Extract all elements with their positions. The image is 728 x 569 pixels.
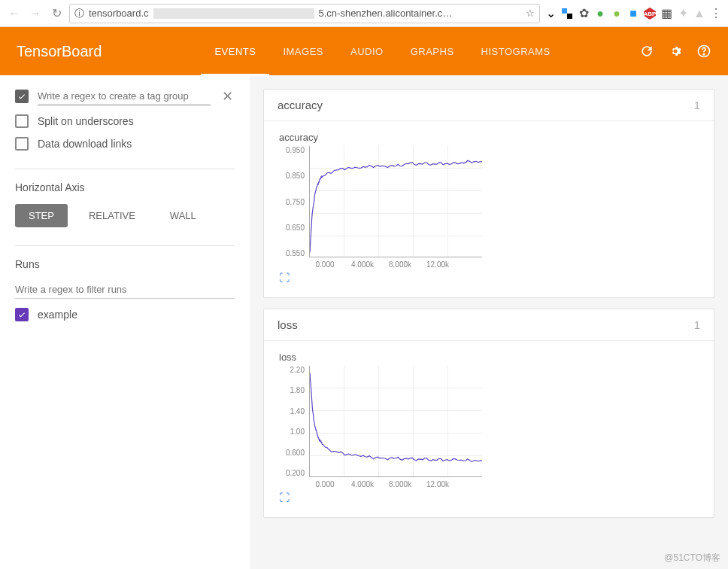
- horizontal-axis-title: Horizontal Axis: [15, 181, 235, 193]
- run-label: example: [38, 309, 77, 321]
- tab-histograms[interactable]: HISTOGRAMS: [468, 27, 564, 75]
- drive-icon[interactable]: ▲: [693, 8, 705, 20]
- split-underscores-checkbox[interactable]: [15, 114, 29, 128]
- run-checkbox[interactable]: [15, 308, 29, 321]
- app-header: TensorBoard EVENTSIMAGESAUDIOGRAPHSHISTO…: [0, 27, 728, 75]
- reload-button[interactable]: ↻: [48, 5, 65, 22]
- runs-filter-input[interactable]: [15, 281, 235, 299]
- svg-rect-1: [567, 14, 572, 19]
- pocket-icon[interactable]: ⌄: [544, 8, 557, 20]
- card-header[interactable]: accuracy 1: [264, 90, 714, 121]
- x-axis-ticks: 0.0004.000k8.000k12.00k: [309, 480, 699, 488]
- forward-button[interactable]: →: [27, 5, 44, 22]
- chart-title: loss: [279, 351, 699, 363]
- expand-icon[interactable]: ⛶: [279, 491, 699, 504]
- x-axis-ticks: 0.0004.000k8.000k12.00k: [309, 260, 699, 269]
- ext-dim1[interactable]: ✦: [677, 8, 689, 20]
- ext-square-blue[interactable]: ■: [627, 8, 639, 20]
- ext-dot-green2[interactable]: ●: [611, 8, 623, 20]
- tag-regex-input[interactable]: [38, 87, 211, 105]
- runs-title: Runs: [15, 258, 235, 270]
- y-axis-ticks: 0.9500.8500.7500.6500.550: [279, 146, 309, 257]
- run-item[interactable]: example: [15, 308, 235, 321]
- card-accuracy: accuracy 1 accuracy 0.9500.8500.7500.650…: [263, 89, 714, 298]
- star-icon[interactable]: ☆: [526, 8, 535, 19]
- info-icon: ⓘ: [74, 7, 84, 20]
- chart-plot[interactable]: [309, 366, 482, 477]
- expand-icon[interactable]: ⛶: [279, 272, 699, 284]
- back-button[interactable]: ←: [6, 5, 23, 22]
- tab-events[interactable]: EVENTS: [201, 27, 269, 75]
- evernote-icon[interactable]: ✿: [578, 8, 590, 20]
- card-title: loss: [278, 318, 298, 331]
- sidebar: ✕ Split on underscores Data download lin…: [0, 75, 250, 569]
- card-loss: loss 1 loss 2.201.801.401.000.6000.200 0…: [263, 309, 714, 518]
- ext-dot-green[interactable]: ●: [594, 8, 606, 20]
- adblock-icon[interactable]: ABP: [644, 8, 656, 20]
- tab-graphs[interactable]: GRAPHS: [397, 27, 468, 75]
- settings-icon[interactable]: [668, 44, 683, 59]
- svg-rect-0: [562, 8, 567, 14]
- chart-title: accuracy: [279, 132, 699, 143]
- card-count: 1: [694, 318, 700, 331]
- split-underscores-label: Split on underscores: [38, 115, 134, 127]
- url-redacted: [153, 8, 314, 19]
- close-icon[interactable]: ✕: [220, 88, 235, 105]
- data-download-label: Data download links: [38, 138, 132, 150]
- tab-images[interactable]: IMAGES: [269, 27, 337, 75]
- main-content: accuracy 1 accuracy 0.9500.8500.7500.650…: [250, 75, 728, 569]
- nav-tabs: EVENTSIMAGESAUDIOGRAPHSHISTOGRAMS: [201, 27, 563, 75]
- data-download-checkbox[interactable]: [15, 137, 29, 151]
- tab-audio[interactable]: AUDIO: [337, 27, 397, 75]
- delicious-icon[interactable]: [561, 8, 573, 20]
- axis-step[interactable]: STEP: [15, 204, 68, 227]
- svg-point-5: [703, 54, 704, 55]
- chart-plot[interactable]: [309, 146, 482, 257]
- card-count: 1: [694, 99, 700, 111]
- logo: TensorBoard: [0, 43, 118, 60]
- svg-text:ABP: ABP: [644, 11, 656, 17]
- axis-wall[interactable]: WALL: [156, 204, 210, 227]
- browser-toolbar: ← → ↻ ⓘ tensorboard.c 5.cn-shenzhen.alic…: [0, 0, 728, 27]
- axis-relative[interactable]: RELATIVE: [75, 204, 149, 227]
- refresh-icon[interactable]: [639, 44, 654, 59]
- help-icon[interactable]: [696, 44, 711, 59]
- qr-icon[interactable]: ▦: [660, 8, 672, 20]
- axis-toggle-group: STEPRELATIVEWALL: [15, 204, 235, 227]
- card-title: accuracy: [278, 99, 323, 111]
- tag-group-checkbox[interactable]: [15, 90, 29, 103]
- extension-icons: ⌄ ✿ ● ● ■ ABP ▦ ✦ ▲ ⋮: [544, 8, 722, 20]
- y-axis-ticks: 2.201.801.401.000.6000.200: [279, 366, 309, 477]
- watermark: @51CTO博客: [664, 552, 720, 564]
- address-bar[interactable]: ⓘ tensorboard.c 5.cn-shenzhen.alicontain…: [69, 4, 540, 23]
- url-suffix: 5.cn-shenzhen.alicontainer.c…: [319, 8, 453, 19]
- url-prefix: tensorboard.c: [89, 8, 149, 19]
- menu-icon[interactable]: ⋮: [710, 8, 722, 20]
- card-header[interactable]: loss 1: [264, 309, 714, 341]
